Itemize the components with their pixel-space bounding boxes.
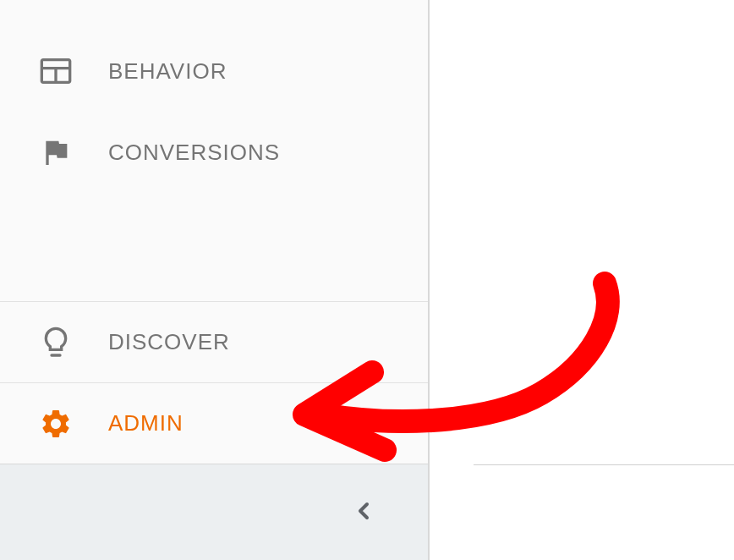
lightbulb-icon: [37, 324, 74, 361]
main-content: [431, 0, 734, 560]
sidebar-collapse-button[interactable]: [0, 464, 428, 560]
gear-icon: [37, 405, 74, 442]
sidebar-nav-bottom: DISCOVER ADMIN: [0, 301, 428, 560]
sidebar-item-label: ADMIN: [108, 410, 184, 436]
sidebar-item-label: BEHAVIOR: [108, 58, 227, 85]
sidebar-item-behavior[interactable]: BEHAVIOR: [0, 30, 428, 112]
sidebar-item-discover[interactable]: DISCOVER: [0, 301, 428, 382]
web-layout-icon: [37, 52, 74, 90]
flag-icon: [37, 134, 74, 171]
sidebar-item-conversions[interactable]: CONVERSIONS: [0, 112, 428, 193]
sidebar-item-admin[interactable]: ADMIN: [0, 382, 428, 464]
sidebar: BEHAVIOR CONVERSIONS DISCOVER: [0, 0, 430, 560]
sidebar-item-label: CONVERSIONS: [108, 140, 280, 166]
sidebar-item-label: DISCOVER: [108, 329, 230, 355]
sidebar-nav-top: BEHAVIOR CONVERSIONS: [0, 0, 428, 193]
sidebar-spacer: [0, 193, 428, 301]
content-divider: [474, 464, 734, 465]
chevron-left-icon: [350, 497, 377, 528]
